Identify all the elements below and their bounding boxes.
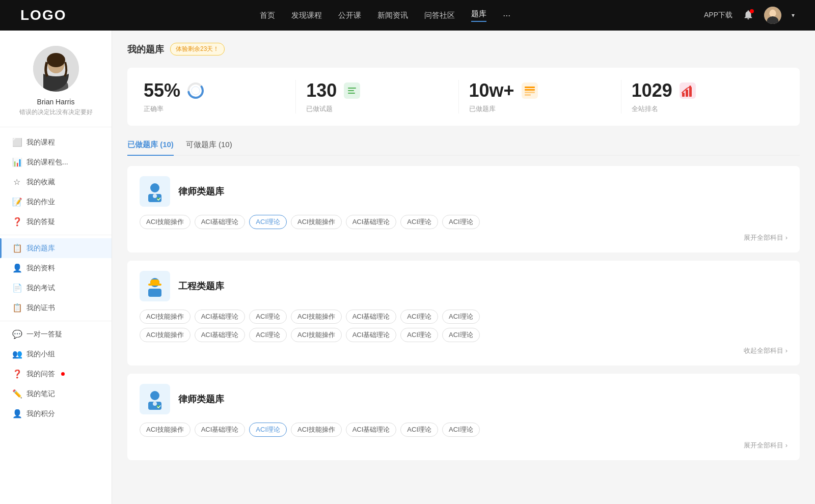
navbar-right: APP下载 ▾: [704, 7, 795, 24]
sidebar-item-exam[interactable]: 📄 我的考试: [0, 278, 112, 298]
tag-selected[interactable]: ACI理论: [249, 423, 287, 437]
svg-rect-15: [525, 87, 535, 88]
stat-done-questions: 130 已做试题: [296, 80, 458, 114]
qbank-title-3: 律师类题库: [178, 393, 224, 405]
app-download-btn[interactable]: APP下载: [704, 11, 732, 20]
nav-home[interactable]: 首页: [260, 11, 275, 20]
site-rank-value: 1029: [632, 80, 672, 101]
sidebar-item-homework[interactable]: 📝 我的作业: [0, 192, 112, 212]
svg-rect-13: [348, 93, 355, 94]
sidebar-item-mygroup[interactable]: 👥 我的小组: [0, 344, 112, 364]
tag[interactable]: ACI理论: [442, 423, 480, 437]
sidebar-item-points[interactable]: 👤 我的积分: [0, 404, 112, 424]
svg-point-23: [689, 86, 691, 88]
qa-icon: ❓: [12, 217, 21, 227]
mygroup-icon: 👥: [12, 349, 21, 359]
qa-notification-dot: [61, 372, 65, 376]
tag[interactable]: ACI技能操作: [291, 310, 342, 324]
svg-rect-18: [525, 94, 531, 96]
accuracy-label: 正确率: [144, 104, 164, 114]
qbank-icon-2: [140, 271, 170, 301]
sidebar-item-notes[interactable]: ✏️ 我的笔记: [0, 384, 112, 404]
done-banks-label: 已做题库: [469, 104, 496, 114]
1on1-icon: 💬: [12, 329, 21, 339]
tag[interactable]: ACI理论: [249, 328, 287, 342]
stat-done-banks: 10w+ 已做题库: [459, 80, 621, 114]
tag-selected[interactable]: ACI理论: [249, 215, 287, 229]
sidebar-item-coursepackage[interactable]: 📊 我的课程包...: [0, 152, 112, 172]
site-rank-label: 全站排名: [632, 104, 658, 114]
tag[interactable]: ACI技能操作: [291, 215, 342, 229]
user-menu-chevron[interactable]: ▾: [792, 12, 795, 19]
certificate-icon: 📋: [12, 303, 21, 313]
svg-point-1: [769, 10, 776, 17]
sidebar-item-1on1[interactable]: 💬 一对一答疑: [0, 324, 112, 344]
tab-done-banks[interactable]: 已做题库 (10): [127, 136, 174, 155]
tag[interactable]: ACI理论: [249, 310, 287, 324]
svg-rect-20: [682, 93, 685, 97]
nav-opencourse[interactable]: 公开课: [338, 11, 361, 20]
tag[interactable]: ACI基础理论: [195, 328, 246, 342]
qbank-tags-3: ACI技能操作 ACI基础理论 ACI理论 ACI技能操作 ACI基础理论 AC…: [140, 423, 787, 437]
svg-rect-31: [148, 284, 161, 286]
tag[interactable]: ACI理论: [442, 215, 480, 229]
nav-questionbank[interactable]: 题库: [471, 9, 486, 22]
expand-link-3[interactable]: 展开全部科目 ›: [744, 441, 787, 450]
tag[interactable]: ACI技能操作: [140, 215, 191, 229]
tag[interactable]: ACI基础理论: [346, 215, 397, 229]
sidebar-tagline: 错误的决定比没有决定要好: [10, 108, 101, 117]
nav-qa[interactable]: 问答社区: [424, 11, 455, 20]
sidebar-item-mycourse[interactable]: ⬜ 我的课程: [0, 132, 112, 152]
nav-discover[interactable]: 发现课程: [291, 11, 322, 20]
accuracy-value: 55%: [144, 80, 180, 101]
tag[interactable]: ACI理论: [442, 328, 480, 342]
done-banks-value: 10w+: [469, 80, 514, 101]
nav-news[interactable]: 新闻资讯: [377, 11, 408, 20]
user-avatar[interactable]: [764, 7, 781, 24]
notification-dot: [750, 9, 754, 13]
tag[interactable]: ACI技能操作: [140, 310, 191, 324]
svg-rect-16: [525, 89, 535, 91]
exam-icon: 📄: [12, 283, 21, 293]
tag[interactable]: ACI基础理论: [346, 423, 397, 437]
nav-menu: 首页 发现课程 公开课 新闻资讯 问答社区 题库 ···: [260, 9, 510, 22]
tag[interactable]: ACI基础理论: [195, 215, 246, 229]
tag[interactable]: ACI理论: [400, 215, 438, 229]
sidebar-item-qa[interactable]: ❓ 我的答疑: [0, 212, 112, 232]
tab-available-banks[interactable]: 可做题库 (10): [186, 136, 232, 155]
accuracy-icon: [186, 81, 205, 100]
collapse-link-2[interactable]: 收起全部科目 ›: [744, 346, 787, 355]
tag[interactable]: ACI基础理论: [346, 328, 397, 342]
done-banks-icon: [521, 81, 539, 100]
qbank-tags-1: ACI技能操作 ACI基础理论 ACI理论 ACI技能操作 ACI基础理论 AC…: [140, 215, 787, 229]
nav-more[interactable]: ···: [503, 10, 510, 21]
expand-link-1[interactable]: 展开全部科目 ›: [744, 233, 787, 242]
tag[interactable]: ACI基础理论: [346, 310, 397, 324]
tag[interactable]: ACI技能操作: [291, 423, 342, 437]
sidebar-item-mydata[interactable]: 👤 我的资料: [0, 258, 112, 278]
sidebar: Brian Harris 错误的决定比没有决定要好 ⬜ 我的课程 📊 我的课程包…: [0, 31, 112, 504]
svg-rect-21: [686, 90, 688, 97]
logo[interactable]: LOGO: [20, 7, 66, 23]
svg-rect-12: [348, 90, 354, 91]
svg-point-24: [150, 183, 159, 192]
tag[interactable]: ACI基础理论: [195, 423, 246, 437]
tag[interactable]: ACI理论: [400, 328, 438, 342]
avatar: [33, 46, 79, 92]
tag[interactable]: ACI技能操作: [140, 423, 191, 437]
tag[interactable]: ACI技能操作: [140, 328, 191, 342]
tag[interactable]: ACI理论: [400, 310, 438, 324]
tag[interactable]: ACI理论: [442, 310, 480, 324]
svg-point-9: [192, 87, 200, 95]
svg-point-6: [47, 53, 65, 67]
tag[interactable]: ACI技能操作: [291, 328, 342, 342]
sidebar-item-questionbank[interactable]: 📋 我的题库: [0, 238, 112, 258]
tag[interactable]: ACI理论: [400, 423, 438, 437]
tag[interactable]: ACI基础理论: [195, 310, 246, 324]
sidebar-item-myqa[interactable]: ❓ 我的问答: [0, 364, 112, 384]
notification-bell[interactable]: [743, 9, 754, 22]
sidebar-item-favorites[interactable]: ☆ 我的收藏: [0, 172, 112, 192]
qbank-card-3: 律师类题库 ACI技能操作 ACI基础理论 ACI理论 ACI技能操作 ACI基…: [127, 374, 800, 460]
sidebar-menu: ⬜ 我的课程 📊 我的课程包... ☆ 我的收藏 📝 我的作业 ❓ 我的答疑 📋: [0, 127, 112, 429]
sidebar-item-certificate[interactable]: 📋 我的证书: [0, 298, 112, 318]
